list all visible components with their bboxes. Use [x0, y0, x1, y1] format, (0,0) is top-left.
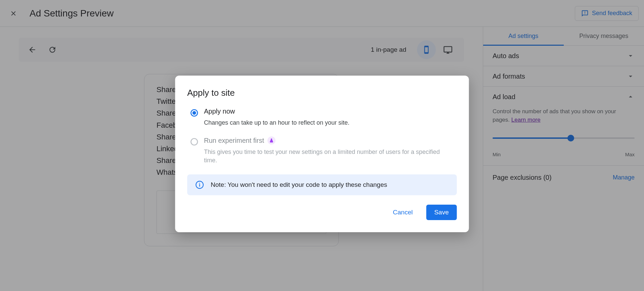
svg-point-2	[191, 138, 198, 145]
radio-apply-now[interactable]: Apply now Changes can take up to an hour…	[187, 108, 457, 127]
info-note: Note: You won't need to edit your code t…	[187, 174, 457, 195]
svg-point-1	[192, 111, 196, 115]
info-note-text: Note: You won't need to edit your code t…	[211, 181, 387, 189]
svg-rect-4	[199, 184, 200, 186]
run-experiment-desc: This gives you time to test your new set…	[204, 148, 454, 165]
save-button[interactable]: Save	[426, 205, 457, 220]
run-experiment-label: Run experiment first	[204, 137, 264, 144]
radio-run-experiment[interactable]: Run experiment first This gives you time…	[187, 136, 457, 165]
flask-icon	[267, 136, 275, 144]
apply-now-desc: Changes can take up to an hour to reflec…	[204, 119, 350, 127]
info-icon	[195, 180, 204, 189]
radio-unselected-icon	[190, 137, 198, 146]
svg-rect-5	[199, 183, 200, 183]
apply-to-site-dialog: Apply to site Apply now Changes can take…	[175, 76, 469, 232]
dialog-title: Apply to site	[187, 88, 457, 98]
radio-selected-icon	[190, 109, 198, 117]
cancel-button[interactable]: Cancel	[387, 205, 418, 220]
apply-now-label: Apply now	[204, 108, 350, 115]
